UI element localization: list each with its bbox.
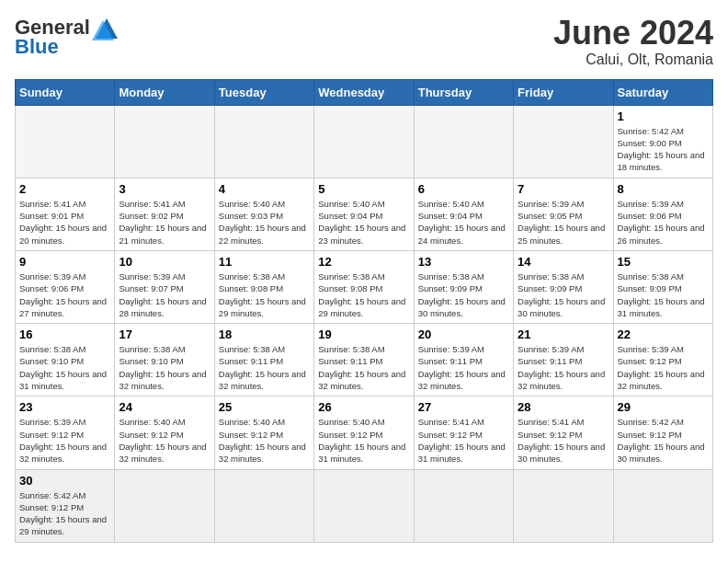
calendar-cell: 27Sunrise: 5:41 AMSunset: 9:12 PMDayligh… (414, 396, 513, 469)
calendar-body: 1Sunrise: 5:42 AMSunset: 9:00 PMDaylight… (16, 105, 713, 542)
day-info: Sunrise: 5:38 AMSunset: 9:08 PMDaylight:… (318, 270, 409, 319)
calendar-cell: 6Sunrise: 5:40 AMSunset: 9:04 PMDaylight… (414, 178, 513, 250)
calendar-cell: 16Sunrise: 5:38 AMSunset: 9:10 PMDayligh… (16, 324, 115, 396)
calendar-cell (214, 105, 313, 178)
calendar-week-4: 16Sunrise: 5:38 AMSunset: 9:10 PMDayligh… (16, 324, 713, 396)
day-info: Sunrise: 5:39 AMSunset: 9:12 PMDaylight:… (19, 416, 110, 465)
weekday-header-row: SundayMondayTuesdayWednesdayThursdayFrid… (16, 79, 713, 105)
calendar-cell (16, 105, 115, 178)
day-number: 8 (618, 182, 709, 196)
calendar-cell: 14Sunrise: 5:38 AMSunset: 9:09 PMDayligh… (514, 250, 613, 323)
calendar-location: Calui, Olt, Romania (553, 52, 713, 68)
day-info: Sunrise: 5:41 AMSunset: 9:01 PMDaylight:… (19, 198, 110, 247)
calendar-cell: 23Sunrise: 5:39 AMSunset: 9:12 PMDayligh… (16, 396, 115, 469)
day-number: 17 (119, 327, 210, 341)
day-info: Sunrise: 5:39 AMSunset: 9:07 PMDaylight:… (119, 270, 210, 319)
day-info: Sunrise: 5:38 AMSunset: 9:11 PMDaylight:… (219, 343, 310, 392)
day-number: 25 (219, 400, 310, 414)
calendar-cell (115, 469, 214, 542)
day-info: Sunrise: 5:42 AMSunset: 9:00 PMDaylight:… (618, 125, 709, 174)
calendar-cell: 7Sunrise: 5:39 AMSunset: 9:05 PMDaylight… (514, 178, 613, 250)
calendar-week-3: 9Sunrise: 5:39 AMSunset: 9:06 PMDaylight… (16, 250, 713, 323)
day-number: 6 (418, 182, 509, 196)
day-number: 4 (219, 182, 310, 196)
day-info: Sunrise: 5:39 AMSunset: 9:11 PMDaylight:… (418, 343, 509, 392)
calendar-cell: 10Sunrise: 5:39 AMSunset: 9:07 PMDayligh… (115, 250, 214, 323)
calendar-cell: 4Sunrise: 5:40 AMSunset: 9:03 PMDaylight… (214, 178, 313, 250)
day-number: 1 (618, 109, 709, 123)
day-number: 2 (19, 182, 110, 196)
weekday-header-tuesday: Tuesday (214, 79, 313, 105)
day-info: Sunrise: 5:40 AMSunset: 9:12 PMDaylight:… (119, 416, 210, 465)
calendar-table: SundayMondayTuesdayWednesdayThursdayFrid… (15, 79, 713, 543)
day-info: Sunrise: 5:41 AMSunset: 9:02 PMDaylight:… (119, 198, 210, 247)
day-number: 5 (318, 182, 409, 196)
calendar-cell: 19Sunrise: 5:38 AMSunset: 9:11 PMDayligh… (314, 324, 414, 396)
calendar-cell: 29Sunrise: 5:42 AMSunset: 9:12 PMDayligh… (613, 396, 712, 469)
day-info: Sunrise: 5:40 AMSunset: 9:12 PMDaylight:… (318, 416, 409, 465)
day-number: 7 (518, 182, 609, 196)
day-info: Sunrise: 5:38 AMSunset: 9:10 PMDaylight:… (19, 343, 110, 392)
calendar-cell (414, 469, 513, 542)
day-info: Sunrise: 5:38 AMSunset: 9:09 PMDaylight:… (618, 270, 709, 319)
calendar-cell: 28Sunrise: 5:41 AMSunset: 9:12 PMDayligh… (514, 396, 613, 469)
calendar-cell (514, 105, 613, 178)
logo: General Blue (15, 15, 121, 59)
calendar-cell (115, 105, 214, 178)
calendar-cell (314, 469, 414, 542)
calendar-cell: 2Sunrise: 5:41 AMSunset: 9:01 PMDaylight… (16, 178, 115, 250)
page-header: General Blue June 2024 Calui, Olt, Roman… (15, 15, 713, 68)
calendar-month-year: June 2024 (553, 15, 713, 52)
day-number: 26 (318, 400, 409, 414)
day-info: Sunrise: 5:40 AMSunset: 9:03 PMDaylight:… (219, 198, 310, 247)
calendar-week-5: 23Sunrise: 5:39 AMSunset: 9:12 PMDayligh… (16, 396, 713, 469)
day-number: 21 (518, 327, 609, 341)
day-info: Sunrise: 5:38 AMSunset: 9:10 PMDaylight:… (119, 343, 210, 392)
day-number: 15 (618, 255, 709, 269)
day-number: 24 (119, 400, 210, 414)
calendar-cell: 5Sunrise: 5:40 AMSunset: 9:04 PMDaylight… (314, 178, 414, 250)
day-number: 29 (618, 400, 709, 414)
calendar-cell: 3Sunrise: 5:41 AMSunset: 9:02 PMDaylight… (115, 178, 214, 250)
logo-blue-text: Blue (15, 35, 59, 59)
calendar-cell: 26Sunrise: 5:40 AMSunset: 9:12 PMDayligh… (314, 396, 414, 469)
weekday-header-friday: Friday (514, 79, 613, 105)
day-info: Sunrise: 5:42 AMSunset: 9:12 PMDaylight:… (19, 489, 110, 538)
day-number: 27 (418, 400, 509, 414)
day-info: Sunrise: 5:38 AMSunset: 9:09 PMDaylight:… (518, 270, 609, 319)
calendar-week-2: 2Sunrise: 5:41 AMSunset: 9:01 PMDaylight… (16, 178, 713, 250)
day-number: 22 (618, 327, 709, 341)
calendar-cell: 20Sunrise: 5:39 AMSunset: 9:11 PMDayligh… (414, 324, 513, 396)
weekday-header-saturday: Saturday (613, 79, 712, 105)
day-info: Sunrise: 5:38 AMSunset: 9:11 PMDaylight:… (318, 343, 409, 392)
calendar-cell: 12Sunrise: 5:38 AMSunset: 9:08 PMDayligh… (314, 250, 414, 323)
day-number: 28 (518, 400, 609, 414)
day-info: Sunrise: 5:38 AMSunset: 9:09 PMDaylight:… (418, 270, 509, 319)
weekday-header-thursday: Thursday (414, 79, 513, 105)
day-number: 20 (418, 327, 509, 341)
day-number: 19 (318, 327, 409, 341)
calendar-cell: 24Sunrise: 5:40 AMSunset: 9:12 PMDayligh… (115, 396, 214, 469)
day-number: 10 (119, 255, 210, 269)
calendar-cell: 9Sunrise: 5:39 AMSunset: 9:06 PMDaylight… (16, 250, 115, 323)
weekday-header-monday: Monday (115, 79, 214, 105)
calendar-cell (414, 105, 513, 178)
calendar-cell: 17Sunrise: 5:38 AMSunset: 9:10 PMDayligh… (115, 324, 214, 396)
weekday-header-sunday: Sunday (16, 79, 115, 105)
calendar-week-6: 30Sunrise: 5:42 AMSunset: 9:12 PMDayligh… (16, 469, 713, 542)
day-info: Sunrise: 5:40 AMSunset: 9:04 PMDaylight:… (418, 198, 509, 247)
day-number: 3 (119, 182, 210, 196)
calendar-cell (514, 469, 613, 542)
day-info: Sunrise: 5:41 AMSunset: 9:12 PMDaylight:… (418, 416, 509, 465)
day-number: 23 (19, 400, 110, 414)
calendar-cell (214, 469, 313, 542)
calendar-cell: 11Sunrise: 5:38 AMSunset: 9:08 PMDayligh… (214, 250, 313, 323)
day-info: Sunrise: 5:39 AMSunset: 9:06 PMDaylight:… (618, 198, 709, 247)
logo-icon (92, 15, 121, 40)
day-number: 30 (19, 474, 110, 488)
day-info: Sunrise: 5:39 AMSunset: 9:05 PMDaylight:… (518, 198, 609, 247)
calendar-cell: 25Sunrise: 5:40 AMSunset: 9:12 PMDayligh… (214, 396, 313, 469)
calendar-cell: 21Sunrise: 5:39 AMSunset: 9:11 PMDayligh… (514, 324, 613, 396)
day-number: 14 (518, 255, 609, 269)
day-number: 13 (418, 255, 509, 269)
